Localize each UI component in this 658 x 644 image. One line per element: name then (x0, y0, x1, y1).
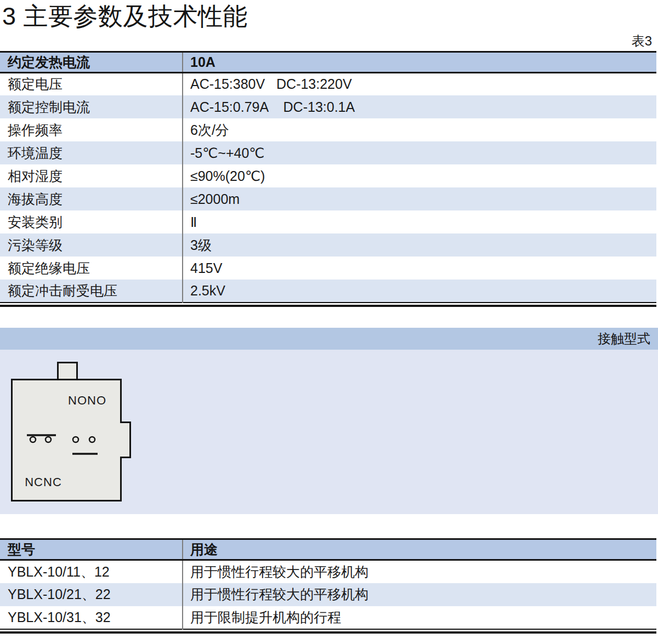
model-header-row: 型号 用途 (0, 539, 656, 560)
model-table-wrap: 型号 用途 YBLX-10/11、12用于惯性行程较大的平移机构YBLX-10/… (0, 538, 656, 634)
spec-header-value: 10A (183, 52, 656, 72)
usage-cell: 用于限制提升机构的行程 (183, 606, 656, 629)
spec-header-row: 约定发热电流 10A (0, 52, 656, 72)
nc-contact-dot (30, 437, 36, 442)
spec-value-cell: 6次/分 (183, 118, 656, 141)
usage-cell: 用于惯性行程较大的平移机构 (183, 583, 656, 606)
spec-table-row: 污染等级3级 (0, 233, 656, 257)
usage-cell: 用于惯性行程较大的平移机构 (183, 560, 656, 583)
spec-table-row: 海拔高度≤2000m (0, 187, 656, 210)
table-caption: 表3 (0, 32, 656, 49)
model-table-row: YBLX-10/31、32用于限制提升机构的行程 (0, 606, 656, 629)
contact-diagram-area: NONO NCNC (0, 350, 658, 514)
spec-header-label: 约定发热电流 (0, 52, 183, 72)
spec-table-row: 相对湿度≤90%(20℃) (0, 164, 656, 187)
model-table-row: YBLX-10/11、12用于惯性行程较大的平移机构 (0, 560, 656, 583)
spec-label-cell: 相对湿度 (0, 164, 183, 187)
model-header-model: 型号 (0, 539, 183, 560)
plunger-shape (58, 363, 77, 380)
spec-value-cell: AC-15:0.79A DC-13:0.1A (183, 95, 656, 118)
spec-table: 约定发热电流 10A 额定电压AC-15:380V DC-13:220V额定控制… (0, 51, 656, 304)
spec-label-cell: 操作频率 (0, 118, 183, 141)
contact-diagram: NONO NCNC (10, 350, 147, 509)
nc-contact-dot (46, 437, 51, 442)
page-title: 3 主要参数及技术性能 (0, 0, 658, 30)
no-contact-dot (73, 437, 78, 442)
spec-label-cell: 额定电压 (0, 72, 183, 95)
spec-value-cell: 415V (183, 257, 656, 280)
spec-value-cell: Ⅱ (183, 210, 656, 233)
spec-value-cell: -5℃~+40℃ (183, 141, 656, 164)
spec-value-cell: ≤2000m (183, 187, 656, 210)
spec-label-cell: 额定控制电流 (0, 95, 183, 118)
no-contact-dot (89, 437, 95, 442)
contact-type-section: 接触型式 NONO NCNC (0, 328, 658, 514)
spec-value-cell: 2.5kV (183, 280, 656, 303)
spec-label-cell: 环境温度 (0, 141, 183, 164)
model-table: 型号 用途 YBLX-10/11、12用于惯性行程较大的平移机构YBLX-10/… (0, 538, 656, 630)
spec-table-row: 操作频率6次/分 (0, 118, 656, 141)
spec-label-cell: 额定冲击耐受电压 (0, 280, 183, 303)
spec-table-row: 额定冲击耐受电压2.5kV (0, 280, 656, 303)
spec-label-cell: 海拔高度 (0, 187, 183, 210)
no-contacts-label: NONO (68, 394, 106, 407)
spec-table-row: 额定绝缘电压415V (0, 257, 656, 280)
contact-section-header: 接触型式 (0, 328, 658, 350)
model-cell: YBLX-10/21、22 (0, 583, 183, 606)
model-header-usage: 用途 (183, 539, 656, 560)
spec-label-cell: 额定绝缘电压 (0, 257, 183, 280)
spec-label-cell: 安装类别 (0, 210, 183, 233)
spec-label-cell: 污染等级 (0, 233, 183, 257)
model-cell: YBLX-10/31、32 (0, 606, 183, 629)
spec-table-row: 额定电压AC-15:380V DC-13:220V (0, 72, 656, 95)
spec-value-cell: ≤90%(20℃) (183, 164, 656, 187)
spec-table-row: 额定控制电流AC-15:0.79A DC-13:0.1A (0, 95, 656, 118)
spec-table-row: 环境温度-5℃~+40℃ (0, 141, 656, 164)
spec-table-row: 安装类别Ⅱ (0, 210, 656, 233)
spec-table-wrap: 约定发热电流 10A 额定电压AC-15:380V DC-13:220V额定控制… (0, 51, 656, 307)
spec-value-cell: 3级 (183, 233, 656, 257)
nc-contacts-label: NCNC (25, 475, 62, 489)
model-table-row: YBLX-10/21、22用于惯性行程较大的平移机构 (0, 583, 656, 606)
datasheet-page: 3 主要参数及技术性能 表3 约定发热电流 10A 额定电压AC-15:380V… (0, 0, 658, 644)
spec-value-cell: AC-15:380V DC-13:220V (183, 72, 656, 95)
model-cell: YBLX-10/11、12 (0, 560, 183, 583)
